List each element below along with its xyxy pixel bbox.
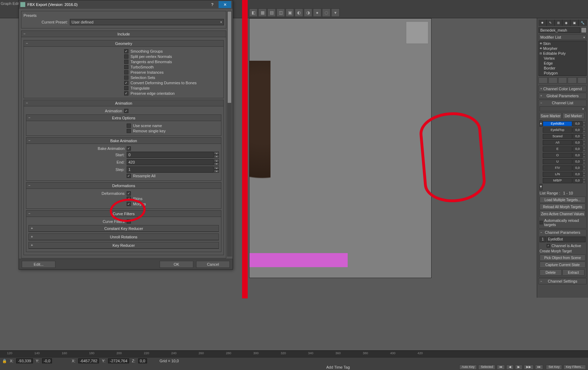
reload-all-targets-button[interactable]: Reload All Morph Targets	[540, 204, 586, 210]
spinner-down[interactable]: ▾	[214, 155, 219, 158]
bake-animation-header[interactable]: −Bake Animation	[26, 138, 221, 144]
animation-checkbox[interactable]: Animation	[26, 109, 221, 113]
marker-dropdown[interactable]	[540, 106, 586, 111]
curve-filters-checkbox[interactable]: Curve Filters	[28, 219, 219, 224]
split-vertex-normals-checkbox[interactable]: Split per-vertex Normals	[26, 54, 221, 59]
triangulate-checkbox[interactable]: Triangulate	[26, 86, 221, 90]
stack-button[interactable]	[558, 77, 567, 84]
bake-animation-checkbox[interactable]: Bake Animation	[28, 146, 219, 151]
channel-name[interactable]: U	[543, 159, 572, 164]
channel-row[interactable]: M/B/P0,0	[543, 178, 586, 184]
channel-row[interactable]: EyelidBot0,0	[543, 121, 586, 127]
geometry-header[interactable]: −Geometry	[24, 40, 223, 47]
help-button[interactable]: ?	[206, 1, 219, 8]
spinner-up[interactable]	[583, 166, 586, 168]
channel-name[interactable]: EyelidTop	[543, 127, 572, 133]
coord-z[interactable]: 0,0	[138, 358, 147, 363]
spinner-down[interactable]	[583, 124, 586, 126]
stack-button[interactable]	[568, 77, 577, 84]
spinner-up[interactable]	[583, 128, 586, 130]
spinner-down[interactable]	[583, 168, 586, 171]
current-preset-dropdown[interactable]: User defined	[70, 19, 224, 25]
configure-button[interactable]	[577, 77, 587, 84]
extract-button[interactable]: Extract	[562, 269, 584, 276]
spinner-up[interactable]	[583, 153, 586, 156]
spinner-up[interactable]	[583, 134, 586, 137]
smoothing-groups-checkbox[interactable]: Smoothing Groups	[26, 49, 221, 53]
play-button[interactable]: ▶	[515, 365, 522, 370]
spinner-down[interactable]	[583, 143, 586, 145]
spinner-down[interactable]: ▾	[214, 162, 219, 165]
channel-name[interactable]: O	[543, 153, 572, 158]
channel-scroll-down[interactable]: ▾	[540, 184, 542, 190]
rollout-header[interactable]: −Channel List	[539, 100, 586, 106]
modifier-stack[interactable]: 👁Skin 👁Morpher ⊟Editable Poly Vertex Edg…	[539, 41, 587, 76]
resample-all-checkbox[interactable]: Resample All	[28, 174, 219, 178]
channel-row[interactable]: L/N0,0	[543, 171, 586, 177]
zero-active-values-button[interactable]: Zero Active Channel Values	[540, 211, 586, 217]
spinner-down[interactable]	[583, 156, 586, 158]
capture-state-button[interactable]: Capture Current State	[540, 262, 586, 268]
tool-icon[interactable]: ▾	[331, 8, 340, 17]
play-prev-button[interactable]: ◀	[506, 365, 514, 370]
channel-row[interactable]: EyelidTop0,0	[543, 127, 586, 133]
load-multiple-targets-button[interactable]: Load Multiple Targets...	[540, 197, 586, 203]
viewcube[interactable]	[406, 21, 428, 44]
spinner-up[interactable]: ▴	[214, 159, 219, 162]
spinner-down[interactable]	[583, 149, 586, 152]
viewport[interactable]	[249, 18, 432, 278]
rollout-header[interactable]: −Channel Settings	[539, 278, 586, 284]
time-ruler[interactable]: 1201401601802002202402602803003203403603…	[0, 351, 588, 358]
channel-value[interactable]: 0,0	[573, 165, 582, 171]
object-name-field[interactable]: Benedek_mesh	[539, 27, 580, 33]
morphs-checkbox[interactable]: Morphs	[28, 202, 219, 206]
channel-name[interactable]: F/V	[543, 165, 572, 171]
del-marker-button[interactable]: Del Marker	[562, 113, 584, 119]
scrollbar-thumb[interactable]	[228, 12, 231, 103]
object-color-swatch[interactable]	[581, 27, 587, 33]
remove-single-key-checkbox[interactable]: Remove single key	[28, 129, 219, 133]
tool-icon[interactable]: ●	[313, 8, 321, 17]
deformations-header[interactable]: −Deformations	[26, 183, 221, 189]
spinner-up[interactable]	[583, 147, 586, 149]
key-filters-button[interactable]: Key Filters...	[563, 365, 586, 370]
rollout-header[interactable]: +Global Parameters	[539, 93, 586, 99]
spinner-down[interactable]	[583, 174, 586, 177]
channel-row[interactable]: A/I0,0	[543, 140, 586, 146]
cancel-button[interactable]: Cancel	[196, 261, 230, 268]
spinner-down[interactable]	[583, 137, 586, 139]
selection-sets-checkbox[interactable]: Selection Sets	[26, 75, 221, 80]
channel-name[interactable]: EyelidBot	[543, 121, 572, 126]
add-time-tag[interactable]: Add Time Tag	[326, 365, 350, 369]
spinner-up[interactable]	[583, 178, 586, 181]
spinner-up[interactable]	[583, 159, 586, 162]
selected-dropdown[interactable]: Selected	[478, 365, 495, 370]
stack-button[interactable]	[548, 77, 557, 84]
modifier-list-dropdown[interactable]: Modifier List	[539, 34, 587, 40]
tool-icon[interactable]: ◑	[304, 8, 312, 17]
tool-icon[interactable]: ◫	[276, 8, 285, 17]
save-marker-button[interactable]: Save Marker	[540, 113, 562, 119]
constant-key-reducer-header[interactable]: +Constant Key Reducer	[29, 225, 219, 232]
spinner-up[interactable]: ▴	[214, 152, 219, 155]
set-key-button[interactable]: Set Key	[546, 365, 562, 370]
delete-button[interactable]: Delete	[540, 269, 562, 276]
channel-name[interactable]: L/N	[543, 172, 572, 177]
tool-icon[interactable]: ◌	[322, 8, 330, 17]
turbosmooth-checkbox[interactable]: TurboSmooth	[26, 65, 221, 69]
channel-active-checkbox[interactable]: Channel is Active	[540, 243, 586, 249]
channel-value[interactable]: 0,0	[573, 178, 582, 183]
channel-value[interactable]: 0,0	[573, 159, 582, 164]
key-reducer-header[interactable]: +Key Reducer	[29, 242, 219, 249]
channel-value[interactable]: 0,0	[573, 146, 582, 152]
step-spinner[interactable]: 1	[127, 166, 214, 173]
channel-scroll-up[interactable]: ▴	[540, 120, 542, 127]
auto-reload-checkbox[interactable]: Automatically reload targets	[540, 218, 586, 227]
channel-row[interactable]: O0,0	[543, 152, 586, 158]
channel-row[interactable]: F/V0,0	[543, 165, 586, 171]
play-start-button[interactable]: ⏮	[497, 365, 505, 370]
spinner-down[interactable]	[583, 181, 586, 183]
end-spinner[interactable]: 420	[127, 159, 214, 165]
pick-object-button[interactable]: Pick Object from Scene	[540, 255, 586, 261]
channel-row[interactable]: E0,0	[543, 146, 586, 152]
